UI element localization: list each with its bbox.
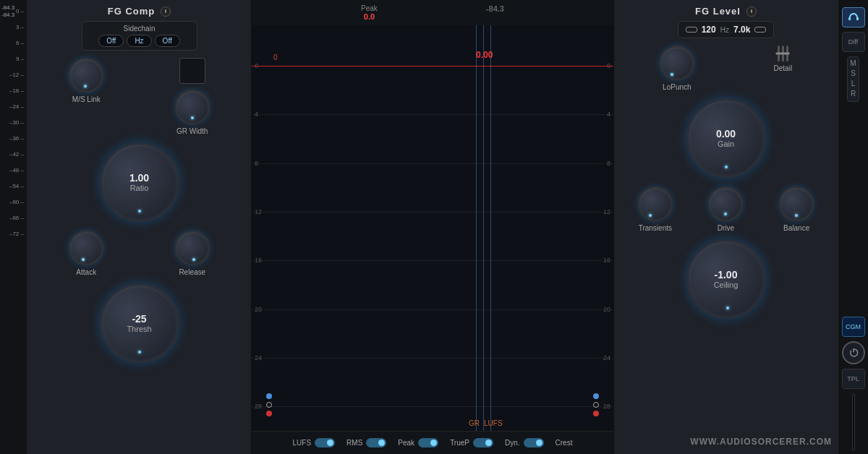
analyzer-panel: Peak 0.0 -84.3 0 4 8 12 16 — [252, 0, 613, 454]
sidechain-section: Sidechain Off Hz Off — [82, 21, 197, 51]
rms-toggle[interactable] — [366, 438, 386, 447]
thresh-knob[interactable]: -25 Thresh — [100, 283, 179, 363]
truep-toggle-label: TrueP — [450, 439, 469, 447]
truep-toggle[interactable] — [473, 438, 493, 447]
sidechain-btn-off2[interactable]: Off — [155, 35, 180, 47]
peak-header-label: Peak — [361, 4, 378, 12]
dot-red-right — [593, 411, 599, 416]
dot-red-left — [266, 411, 272, 416]
peak-toggle-label: Peak — [398, 439, 414, 447]
grid-label-12-left: 12 — [255, 208, 262, 215]
gain-knob[interactable]: 0.00 Gain — [686, 98, 766, 178]
grid-label-24-right: 24 — [603, 354, 610, 361]
vu-48: –48 – — [0, 168, 24, 174]
analyzer-footer: LUFS RMS Peak TrueP Dyn. Crest — [252, 431, 613, 454]
filter-low-handle[interactable] — [686, 27, 697, 33]
tpl-button[interactable]: TPL — [842, 369, 865, 389]
filter-hz-unit: Hz — [720, 26, 729, 34]
zero-db-line — [252, 66, 613, 67]
release-container: Release — [175, 231, 210, 276]
dot-blue-right — [593, 393, 599, 399]
grid-12db — [252, 212, 613, 213]
s-button[interactable]: S — [851, 69, 856, 77]
peak-toggle-group: Peak — [398, 438, 438, 447]
grid-20db — [252, 309, 613, 310]
fg-level-panel: FG Level 120 Hz 7.0k LoPunch — [613, 0, 838, 454]
power-circle-button[interactable] — [842, 341, 865, 364]
vu-36: –36 – — [0, 136, 24, 142]
ms-link-knob[interactable] — [69, 58, 103, 93]
transients-drive-balance-row: Transients Drive Balance — [620, 187, 832, 232]
watermark: WWW.AUDIOSORCERER.COM — [690, 437, 832, 447]
detail-sliders — [778, 46, 788, 61]
ratio-knob[interactable]: 1.00 Ratio — [100, 142, 179, 222]
grid-label-28-left: 28 — [255, 403, 262, 410]
sidechain-btn-hz[interactable]: Hz — [127, 35, 151, 47]
thresh-value: -25 — [132, 313, 146, 325]
power-icon — [848, 348, 859, 358]
ceiling-knob[interactable]: -1.00 Ceiling — [686, 239, 766, 319]
r-button[interactable]: R — [851, 90, 856, 98]
cgm-label: CGM — [846, 323, 861, 330]
tpl-label: TPL — [847, 375, 859, 382]
transients-container: Transients — [638, 187, 673, 232]
attack-label: Attack — [76, 268, 96, 276]
mini-vu-bar-1 — [852, 393, 855, 451]
fg-level-power-button[interactable] — [746, 7, 757, 17]
grid-label-20-left: 20 — [255, 306, 262, 313]
filter-low-value: 120 — [702, 25, 716, 35]
vu-6: 6 – — [0, 40, 24, 46]
crest-toggle-group: Crest — [556, 439, 573, 447]
ratio-container: 1.00 Ratio — [100, 142, 179, 222]
diff-label: Diff — [848, 38, 858, 46]
lopunch-knob[interactable] — [660, 46, 694, 80]
bottom-dots-left — [266, 393, 272, 416]
gr-lufs-labels: GR LUFS — [469, 419, 503, 427]
transients-knob[interactable] — [638, 187, 673, 221]
lopunch-detail-row: LoPunch Detail — [620, 46, 832, 91]
balance-container: Balance — [779, 187, 814, 232]
vu-meter-left: 0 – 3 – 6 – 9 – –12 – –18 – –24 – –30 – … — [0, 0, 27, 454]
vu-18: –18 – — [0, 88, 24, 94]
crest-toggle-label: Crest — [556, 439, 573, 447]
lopunch-container: LoPunch — [660, 46, 694, 91]
ceiling-label: Ceiling — [714, 280, 739, 289]
dot-white-right — [593, 402, 599, 408]
grid-8db — [252, 163, 613, 164]
release-label: Release — [179, 268, 205, 276]
vert-line-3 — [490, 25, 491, 431]
ms-grwidth-row: M/S Link GR Width — [33, 58, 245, 135]
cgm-button[interactable]: CGM — [842, 317, 865, 337]
release-knob[interactable] — [175, 231, 210, 265]
grid-label-8-right: 8 — [607, 160, 610, 167]
fg-level-title: FG Level — [695, 6, 741, 17]
balance-label: Balance — [783, 224, 809, 232]
headphone-icon — [848, 12, 859, 22]
filter-high-handle[interactable] — [754, 27, 766, 33]
thresh-container: -25 Thresh — [100, 283, 179, 363]
gr-width-knob[interactable] — [175, 90, 210, 124]
diff-button[interactable]: Diff — [842, 32, 865, 52]
attack-knob[interactable] — [69, 231, 103, 265]
headphone-button[interactable] — [842, 7, 865, 27]
lufs-label: LUFS — [484, 419, 503, 427]
drive-knob[interactable] — [708, 187, 743, 221]
balance-knob[interactable] — [779, 187, 814, 221]
bottom-dots-right — [593, 393, 599, 416]
lopunch-label: LoPunch — [663, 83, 691, 91]
zero-label: 0 — [273, 53, 278, 61]
dyn-toggle[interactable] — [524, 438, 544, 447]
m-button[interactable]: M — [850, 59, 856, 67]
l-button[interactable]: L — [851, 80, 856, 87]
fg-comp-power-button[interactable] — [161, 7, 171, 17]
ceiling-value: -1.00 — [715, 269, 738, 280]
grid-label-24-left: 24 — [255, 354, 262, 361]
drive-label: Drive — [718, 224, 734, 232]
grid-label-4-right: 4 — [607, 111, 610, 118]
fg-comp-header: FG Comp — [108, 6, 171, 17]
peak-toggle[interactable] — [418, 438, 438, 447]
lufs-toggle[interactable] — [315, 438, 335, 447]
sidechain-btn-off1[interactable]: Off — [98, 35, 124, 47]
fg-level-header: FG Level — [695, 6, 757, 17]
right-strip: Diff M S L R CGM TPL — [838, 0, 868, 454]
